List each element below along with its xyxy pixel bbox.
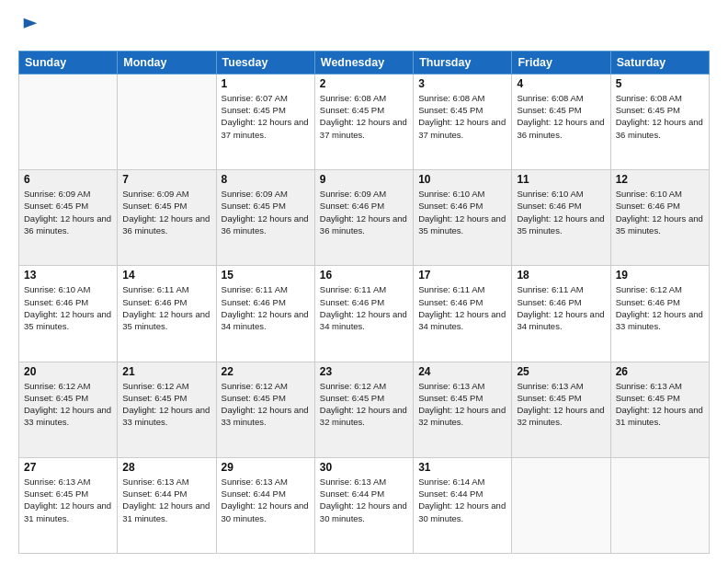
weekday-header-saturday: Saturday — [610, 51, 709, 74]
calendar-cell: 3Sunrise: 6:08 AM Sunset: 6:45 PM Daylig… — [414, 74, 512, 169]
day-info: Sunrise: 6:12 AM Sunset: 6:45 PM Dayligh… — [24, 380, 112, 429]
day-info: Sunrise: 6:10 AM Sunset: 6:46 PM Dayligh… — [517, 188, 605, 236]
day-info: Sunrise: 6:08 AM Sunset: 6:45 PM Dayligh… — [418, 92, 506, 141]
day-number: 23 — [320, 365, 408, 378]
day-info: Sunrise: 6:13 AM Sunset: 6:45 PM Dayligh… — [418, 380, 506, 429]
page: SundayMondayTuesdayWednesdayThursdayFrid… — [0, 0, 728, 563]
calendar-cell: 9Sunrise: 6:09 AM Sunset: 6:46 PM Daylig… — [314, 170, 413, 266]
day-info: Sunrise: 6:08 AM Sunset: 6:45 PM Dayligh… — [320, 92, 408, 141]
day-info: Sunrise: 6:10 AM Sunset: 6:46 PM Dayligh… — [24, 283, 112, 332]
weekday-header-wednesday: Wednesday — [314, 51, 413, 74]
day-number: 16 — [320, 269, 408, 282]
day-number: 19 — [616, 269, 704, 282]
day-number: 21 — [122, 365, 210, 378]
day-number: 17 — [418, 269, 506, 282]
day-info: Sunrise: 6:11 AM Sunset: 6:46 PM Dayligh… — [222, 283, 310, 332]
calendar-cell: 1Sunrise: 6:07 AM Sunset: 6:45 PM Daylig… — [216, 74, 314, 169]
day-number: 4 — [517, 77, 605, 90]
day-number: 28 — [122, 461, 210, 474]
calendar-cell: 26Sunrise: 6:13 AM Sunset: 6:45 PM Dayli… — [610, 362, 709, 457]
calendar-cell: 14Sunrise: 6:11 AM Sunset: 6:46 PM Dayli… — [118, 266, 216, 362]
weekday-header-sunday: Sunday — [19, 51, 118, 74]
day-number: 7 — [122, 173, 210, 186]
calendar-cell — [512, 457, 610, 553]
day-number: 27 — [24, 461, 112, 474]
day-info: Sunrise: 6:09 AM Sunset: 6:45 PM Dayligh… — [122, 188, 210, 236]
calendar-week-row: 13Sunrise: 6:10 AM Sunset: 6:46 PM Dayli… — [19, 266, 710, 362]
calendar-cell: 16Sunrise: 6:11 AM Sunset: 6:46 PM Dayli… — [314, 266, 413, 362]
calendar-cell: 31Sunrise: 6:14 AM Sunset: 6:44 PM Dayli… — [414, 457, 512, 553]
calendar-cell — [610, 457, 709, 553]
calendar-cell: 23Sunrise: 6:12 AM Sunset: 6:45 PM Dayli… — [314, 362, 413, 457]
day-info: Sunrise: 6:11 AM Sunset: 6:46 PM Dayligh… — [122, 283, 210, 332]
day-number: 13 — [24, 269, 112, 282]
calendar-cell: 30Sunrise: 6:13 AM Sunset: 6:44 PM Dayli… — [314, 457, 413, 553]
day-info: Sunrise: 6:14 AM Sunset: 6:44 PM Dayligh… — [418, 476, 506, 524]
day-info: Sunrise: 6:13 AM Sunset: 6:44 PM Dayligh… — [122, 476, 210, 524]
day-info: Sunrise: 6:12 AM Sunset: 6:45 PM Dayligh… — [122, 380, 210, 429]
day-number: 30 — [320, 461, 408, 474]
calendar-cell: 12Sunrise: 6:10 AM Sunset: 6:46 PM Dayli… — [610, 170, 709, 266]
day-info: Sunrise: 6:13 AM Sunset: 6:45 PM Dayligh… — [517, 380, 605, 429]
svg-marker-0 — [24, 18, 38, 29]
day-number: 24 — [418, 365, 506, 378]
day-number: 18 — [517, 269, 605, 282]
calendar-week-row: 1Sunrise: 6:07 AM Sunset: 6:45 PM Daylig… — [19, 74, 710, 169]
weekday-header-thursday: Thursday — [414, 51, 512, 74]
calendar-table: SundayMondayTuesdayWednesdayThursdayFrid… — [18, 51, 710, 554]
day-number: 15 — [222, 269, 310, 282]
day-number: 8 — [222, 173, 310, 186]
day-number: 6 — [24, 173, 112, 186]
calendar-cell: 6Sunrise: 6:09 AM Sunset: 6:45 PM Daylig… — [19, 170, 118, 266]
calendar-cell: 27Sunrise: 6:13 AM Sunset: 6:45 PM Dayli… — [19, 457, 118, 553]
day-number: 12 — [616, 173, 704, 186]
day-info: Sunrise: 6:12 AM Sunset: 6:45 PM Dayligh… — [222, 380, 310, 429]
calendar-cell: 22Sunrise: 6:12 AM Sunset: 6:45 PM Dayli… — [216, 362, 314, 457]
calendar-cell — [19, 74, 118, 169]
calendar-cell: 24Sunrise: 6:13 AM Sunset: 6:45 PM Dayli… — [414, 362, 512, 457]
day-number: 20 — [24, 365, 112, 378]
header — [18, 17, 710, 41]
day-number: 1 — [222, 77, 310, 90]
calendar-week-row: 6Sunrise: 6:09 AM Sunset: 6:45 PM Daylig… — [19, 170, 710, 266]
calendar-cell: 5Sunrise: 6:08 AM Sunset: 6:45 PM Daylig… — [610, 74, 709, 169]
day-number: 31 — [418, 461, 506, 474]
calendar-cell: 2Sunrise: 6:08 AM Sunset: 6:45 PM Daylig… — [314, 74, 413, 169]
day-number: 14 — [122, 269, 210, 282]
calendar-cell: 15Sunrise: 6:11 AM Sunset: 6:46 PM Dayli… — [216, 266, 314, 362]
day-number: 9 — [320, 173, 408, 186]
calendar-cell — [118, 74, 216, 169]
day-info: Sunrise: 6:08 AM Sunset: 6:45 PM Dayligh… — [616, 92, 704, 141]
calendar-cell: 18Sunrise: 6:11 AM Sunset: 6:46 PM Dayli… — [512, 266, 610, 362]
day-info: Sunrise: 6:09 AM Sunset: 6:45 PM Dayligh… — [222, 188, 310, 236]
day-info: Sunrise: 6:13 AM Sunset: 6:45 PM Dayligh… — [24, 476, 112, 524]
day-number: 2 — [320, 77, 408, 90]
day-number: 3 — [418, 77, 506, 90]
calendar-week-row: 20Sunrise: 6:12 AM Sunset: 6:45 PM Dayli… — [19, 362, 710, 457]
day-info: Sunrise: 6:10 AM Sunset: 6:46 PM Dayligh… — [616, 188, 704, 236]
calendar-cell: 20Sunrise: 6:12 AM Sunset: 6:45 PM Dayli… — [19, 362, 118, 457]
day-info: Sunrise: 6:12 AM Sunset: 6:45 PM Dayligh… — [320, 380, 408, 429]
calendar-week-row: 27Sunrise: 6:13 AM Sunset: 6:45 PM Dayli… — [19, 457, 710, 553]
calendar-header-row: SundayMondayTuesdayWednesdayThursdayFrid… — [19, 51, 710, 74]
logo-text — [18, 17, 40, 41]
calendar-cell: 8Sunrise: 6:09 AM Sunset: 6:45 PM Daylig… — [216, 170, 314, 266]
weekday-header-monday: Monday — [118, 51, 216, 74]
day-info: Sunrise: 6:09 AM Sunset: 6:45 PM Dayligh… — [24, 188, 112, 236]
day-number: 11 — [517, 173, 605, 186]
weekday-header-friday: Friday — [512, 51, 610, 74]
calendar-cell: 28Sunrise: 6:13 AM Sunset: 6:44 PM Dayli… — [118, 457, 216, 553]
calendar-cell: 21Sunrise: 6:12 AM Sunset: 6:45 PM Dayli… — [118, 362, 216, 457]
day-info: Sunrise: 6:13 AM Sunset: 6:45 PM Dayligh… — [616, 380, 704, 429]
day-number: 25 — [517, 365, 605, 378]
calendar-cell: 19Sunrise: 6:12 AM Sunset: 6:46 PM Dayli… — [610, 266, 709, 362]
calendar-cell: 10Sunrise: 6:10 AM Sunset: 6:46 PM Dayli… — [414, 170, 512, 266]
calendar-cell: 4Sunrise: 6:08 AM Sunset: 6:45 PM Daylig… — [512, 74, 610, 169]
day-info: Sunrise: 6:13 AM Sunset: 6:44 PM Dayligh… — [222, 476, 310, 524]
day-info: Sunrise: 6:09 AM Sunset: 6:46 PM Dayligh… — [320, 188, 408, 236]
day-info: Sunrise: 6:11 AM Sunset: 6:46 PM Dayligh… — [418, 283, 506, 332]
calendar-cell: 13Sunrise: 6:10 AM Sunset: 6:46 PM Dayli… — [19, 266, 118, 362]
day-number: 10 — [418, 173, 506, 186]
day-number: 22 — [222, 365, 310, 378]
calendar-cell: 25Sunrise: 6:13 AM Sunset: 6:45 PM Dayli… — [512, 362, 610, 457]
